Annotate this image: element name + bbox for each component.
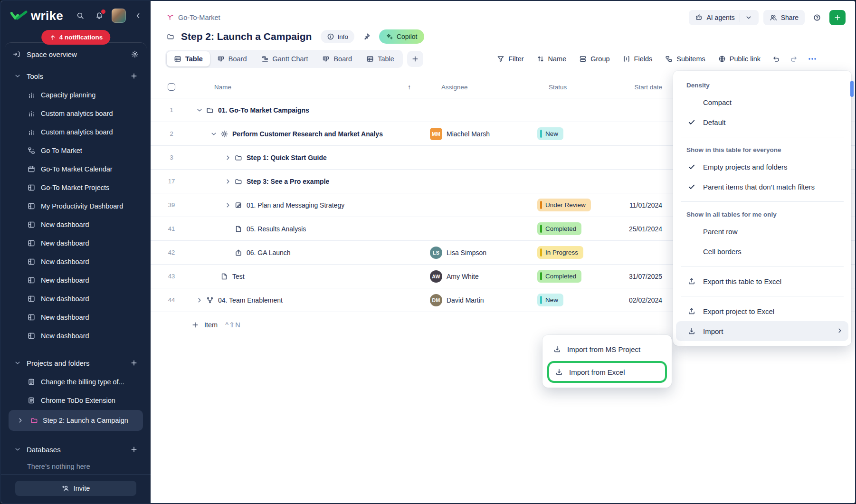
expand-row-chevron-icon[interactable] [223,154,233,162]
assignee-cell[interactable]: LS Lisa Simpson [417,247,486,259]
info-button[interactable]: Info [321,30,354,43]
gear-icon[interactable] [129,48,141,60]
tab-table[interactable]: Table [167,51,210,67]
sidebar-item-space-overview[interactable]: Space overview [5,43,147,63]
sidebar-item-step-2-launch-a-campaign[interactable]: Step 2: Launch a Campaign [9,410,143,431]
pin-icon[interactable] [360,29,374,44]
expand-collapse-chevron-icon[interactable] [209,130,219,138]
collapse-sidebar-icon[interactable] [132,9,145,22]
status-badge[interactable]: New [537,127,563,140]
sidebar-item-change-the-billing-type-of[interactable]: Change the billing type of... [5,372,147,391]
expand-collapse-chevron-icon[interactable] [194,106,205,114]
column-header-start-date[interactable]: Start date [634,84,662,91]
toolbar-name-button[interactable]: Name [537,55,567,63]
undo-icon[interactable] [772,55,780,63]
column-header-status[interactable]: Status [549,84,567,91]
redo-icon[interactable] [790,55,798,63]
chevron-right-icon[interactable] [16,417,25,424]
copilot-button[interactable]: Copilot [379,29,424,44]
breadcrumb[interactable]: Go-To-Market [166,14,220,21]
toolbar-subitems-button[interactable]: Subitems [665,55,705,63]
more-icon[interactable] [808,55,817,63]
toolbar-public-link-button[interactable]: Public link [718,55,761,63]
add-view-button[interactable] [407,51,423,67]
status-badge[interactable]: New [537,294,563,306]
sidebar-item-go-to-market-projects[interactable]: Go-To Market Projects [5,178,147,197]
menu-item-import[interactable]: Import [676,321,848,341]
sidebar-item-new-dashboard[interactable]: New dashboard [5,271,147,289]
menu-item-default[interactable]: Default [673,112,851,132]
sidebar-item-go-to-market-calendar[interactable]: Go-To Market Calendar [5,160,147,178]
status-badge[interactable]: Under Review [537,199,591,211]
sidebar-item-new-dashboard[interactable]: New dashboard [5,326,147,345]
row-name[interactable]: 01. Plan and Messaging Strategy [247,201,344,209]
sidebar-item-new-dashboard[interactable]: New dashboard [5,289,147,308]
invite-button[interactable]: Invite [15,481,136,496]
expand-row-chevron-icon[interactable] [194,296,205,304]
tab-board[interactable]: Board [210,51,254,67]
sort-ascending-indicator[interactable]: ↑ [408,83,411,91]
row-name[interactable]: Step 3: See a Pro example [247,178,329,185]
row-name[interactable]: Step 1: Quick Start Guide [247,154,327,162]
expand-row-chevron-icon[interactable] [223,178,233,185]
plus-icon[interactable] [128,70,140,82]
row-name[interactable]: 05. Results Analysis [247,225,306,233]
submenu-item-import-from-excel[interactable]: Import from Excel [549,363,665,381]
menu-item-export-project-to-excel[interactable]: Export project to Excel [673,301,851,321]
row-name[interactable]: 06. GA Launch [247,249,291,257]
sidebar-item-new-dashboard[interactable]: New dashboard [5,308,147,326]
ai-agents-button[interactable]: AI agents [689,10,758,25]
sidebar-section-tools[interactable]: Tools [5,67,147,86]
start-date[interactable]: 11/01/2024 [629,201,662,209]
tab-board[interactable]: Board [315,51,359,67]
sidebar-section-projects[interactable]: Projects and folders [5,353,147,372]
start-date[interactable]: 25/01/2024 [629,225,662,233]
plus-icon[interactable] [128,357,140,369]
expand-row-chevron-icon[interactable] [223,201,233,209]
avatar[interactable] [112,9,126,23]
sidebar-item-go-to-market[interactable]: Go To Market [5,141,147,160]
column-header-name[interactable]: Name [214,84,231,91]
sidebar-item-capacity-planning[interactable]: Capacity planning [5,86,147,104]
select-all-checkbox[interactable] [168,83,175,91]
plus-icon[interactable] [128,443,140,456]
bell-icon[interactable] [93,9,106,22]
row-name[interactable]: Test [232,273,245,280]
sidebar-item-new-dashboard[interactable]: New dashboard [5,234,147,252]
submenu-item-import-from-ms-project[interactable]: Import from MS Project [547,340,667,359]
sidebar-item-custom-analytics-board[interactable]: Custom analytics board [5,104,147,123]
assignee-cell[interactable]: DM David Martin [417,294,484,306]
column-header-assignee[interactable]: Assignee [441,84,468,91]
status-badge[interactable]: Completed [537,222,581,235]
tab-table[interactable]: Table [359,51,401,67]
help-button[interactable] [809,10,825,25]
menu-item-cell-borders[interactable]: Cell borders [673,241,851,261]
menu-item-parent-row[interactable]: Parent row [673,221,851,241]
notifications-pill[interactable]: 4 notifications [41,30,111,45]
row-name[interactable]: 01. Go-To Market Campaigns [218,106,309,114]
start-date[interactable]: 02/02/2024 [629,296,662,304]
toolbar-fields-button[interactable]: Fields [623,55,653,63]
tab-gantt-chart[interactable]: Gantt Chart [254,51,315,67]
add-button[interactable] [829,10,846,25]
assignee-cell[interactable]: AW Amy White [417,270,479,283]
menu-item-parent-items-that-don-t-match-filters[interactable]: Parent items that don’t match filters [673,177,851,197]
wrike-logo[interactable]: wrike [10,9,63,23]
share-button[interactable]: Share [763,10,805,25]
row-name[interactable]: Perform Customer Research and Market Ana… [232,130,383,138]
start-date[interactable]: 31/07/2025 [629,273,662,280]
assignee-cell[interactable]: MM Miachel Marsh [417,128,490,140]
row-name[interactable]: 04. Team Enablement [218,296,283,304]
sidebar-item-chrome-todo-extension[interactable]: Chrome ToDo Extension [5,391,147,409]
chevron-down-icon[interactable] [745,14,752,21]
status-badge[interactable]: Completed [537,270,581,283]
sidebar-item-my-productivity-dashboard[interactable]: My Productivity Dashboard [5,197,147,215]
menu-item-empty-projects-and-folders[interactable]: Empty projects and folders [673,157,851,177]
search-icon[interactable] [74,9,87,22]
menu-item-export-this-table-to-excel[interactable]: Export this table to Excel [673,271,851,291]
toolbar-filter-button[interactable]: Filter [497,55,523,63]
sidebar-item-new-dashboard[interactable]: New dashboard [5,215,147,234]
scrollbar-thumb[interactable] [850,81,854,97]
status-badge[interactable]: In Progress [537,246,583,259]
sidebar-item-new-dashboard[interactable]: New dashboard [5,252,147,271]
